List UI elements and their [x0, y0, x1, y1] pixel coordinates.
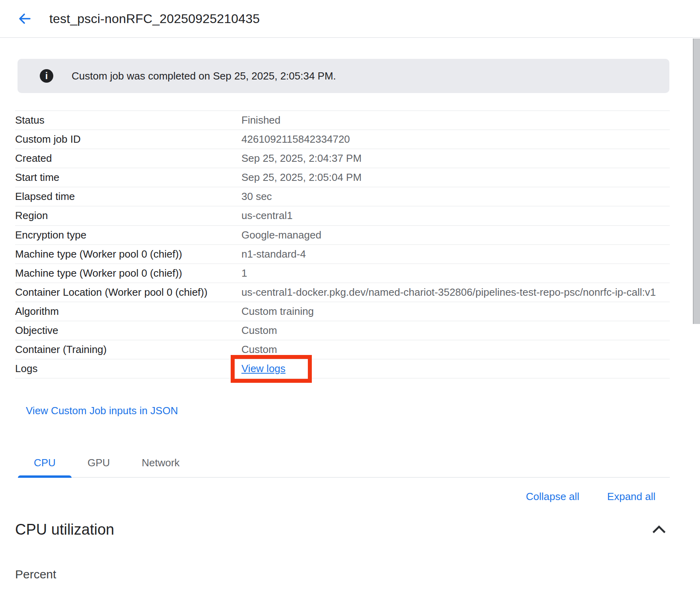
collapse-section-button[interactable]: [651, 523, 667, 537]
row-value: Custom training: [241, 304, 670, 318]
status-banner: i Custom job was completed on Sep 25, 20…: [18, 59, 669, 93]
collapse-all-link[interactable]: Collapse all: [526, 491, 579, 503]
row-label: Encryption type: [15, 228, 241, 242]
tab-cpu[interactable]: CPU: [18, 451, 72, 477]
info-icon: i: [40, 69, 53, 83]
back-button[interactable]: [16, 10, 33, 27]
cpu-utilization-header: CPU utilization: [15, 521, 667, 538]
table-row: Machine type (Worker pool 0 (chief))n1-s…: [15, 245, 670, 264]
row-label: Machine type (Worker pool 0 (chief)): [15, 247, 241, 261]
table-row: AlgorithmCustom training: [15, 302, 670, 321]
banner-message: Custom job was completed on Sep 25, 2025…: [72, 70, 336, 82]
job-details-table: StatusFinishedCustom job ID4261092115842…: [15, 111, 670, 378]
metrics-tabs: CPU GPU Network: [18, 451, 670, 478]
row-value: Sep 25, 2025, 2:04:37 PM: [241, 151, 670, 165]
tab-gpu-label: GPU: [88, 457, 110, 469]
table-row: ObjectiveCustom: [15, 321, 670, 340]
table-row: Start timeSep 25, 2025, 2:05:04 PM: [15, 168, 670, 187]
section-title: CPU utilization: [15, 521, 114, 538]
row-label: Algorithm: [15, 304, 241, 318]
chart-ylabel: Percent: [15, 568, 700, 581]
row-label: Container Location (Worker pool 0 (chief…: [15, 285, 241, 299]
view-json-link[interactable]: View Custom Job inputs in JSON: [26, 405, 178, 417]
row-label: Logs: [15, 362, 241, 376]
tab-gpu[interactable]: GPU: [72, 451, 126, 477]
table-row: Machine type (Worker pool 0 (chief))1: [15, 264, 670, 283]
row-label: Container (Training): [15, 343, 241, 357]
row-label: Created: [15, 151, 241, 165]
table-row-logs: Logs View logs: [15, 359, 670, 378]
table-row: Regionus-central1: [15, 206, 670, 225]
row-value: Custom: [241, 324, 670, 337]
row-value: 30 sec: [241, 190, 670, 204]
row-label: Objective: [15, 324, 241, 337]
row-value: Google-managed: [241, 228, 670, 242]
row-label: Machine type (Worker pool 0 (chief)): [15, 266, 241, 280]
row-value: us-central1: [241, 209, 670, 223]
table-row: Elapsed time30 sec: [15, 187, 670, 206]
row-label: Custom job ID: [15, 132, 241, 146]
page-header: test_psci-nonRFC_20250925210435: [0, 0, 700, 38]
chevron-up-icon: [652, 524, 666, 534]
view-logs-link[interactable]: View logs: [241, 363, 286, 374]
row-value: us-central1-docker.pkg.dev/named-chariot…: [241, 285, 670, 299]
table-row: Container Location (Worker pool 0 (chief…: [15, 283, 670, 302]
expand-collapse-controls: Collapse all Expand all: [0, 491, 655, 503]
row-label: Elapsed time: [15, 190, 241, 204]
row-value: 4261092115842334720: [241, 132, 670, 146]
table-row: CreatedSep 25, 2025, 2:04:37 PM: [15, 149, 670, 168]
tab-network-label: Network: [142, 457, 179, 469]
row-label: Region: [15, 209, 241, 223]
page-title: test_psci-nonRFC_20250925210435: [49, 12, 260, 26]
table-row: StatusFinished: [15, 111, 670, 130]
row-value: n1-standard-4: [241, 247, 670, 261]
tab-network[interactable]: Network: [126, 451, 195, 477]
tab-cpu-label: CPU: [34, 457, 56, 469]
expand-all-link[interactable]: Expand all: [607, 491, 655, 503]
row-value: Finished: [241, 113, 670, 127]
vertical-scrollbar[interactable]: [693, 39, 700, 324]
row-value: Sep 25, 2025, 2:05:04 PM: [241, 171, 670, 184]
table-row: Container (Training)Custom: [15, 340, 670, 359]
row-value: Custom: [241, 343, 670, 357]
row-value: 1: [241, 266, 670, 280]
table-row: Custom job ID4261092115842334720: [15, 130, 670, 149]
arrow-back-icon: [18, 12, 32, 26]
row-label: Status: [15, 113, 241, 127]
row-label: Start time: [15, 171, 241, 184]
table-row: Encryption typeGoogle-managed: [15, 226, 670, 245]
